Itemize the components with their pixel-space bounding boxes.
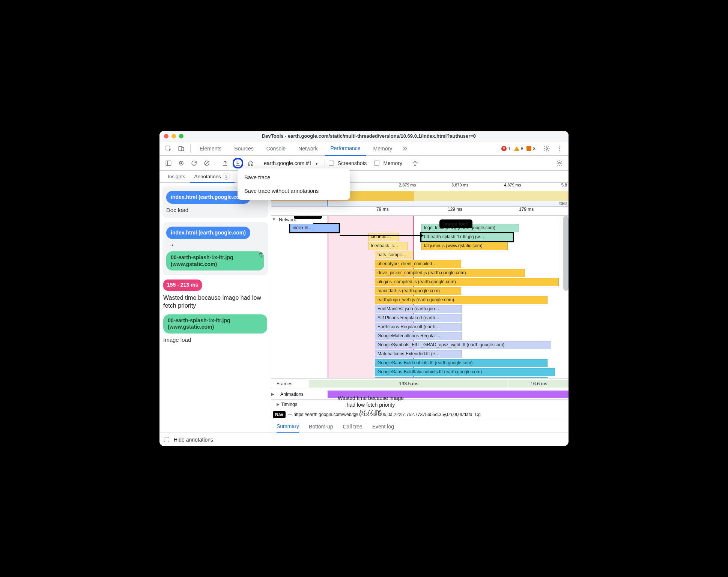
svg-point-6 — [559, 150, 560, 151]
annotation-card-link[interactable]: index.html (earth.google.com) → 00-earth… — [162, 222, 268, 275]
zoom-icon[interactable] — [179, 134, 184, 138]
annotation-label: Doc load — [166, 207, 264, 213]
ruler-tick: 79 ms — [376, 207, 389, 212]
upload-trace-icon[interactable] — [220, 158, 230, 168]
gc-icon[interactable] — [410, 158, 420, 168]
main-tab-bar: Elements Sources Console Network Perform… — [159, 141, 569, 156]
tab-performance[interactable]: Performance — [325, 142, 366, 156]
bar-index-html[interactable]: index.ht… — [290, 224, 339, 232]
flamechart-area[interactable]: 2,879 ms 3,879 ms 4,879 ms 5,8 CPU NET 7… — [271, 183, 569, 433]
animation-bar[interactable] — [328, 391, 569, 398]
subtab-insights[interactable]: Insights — [163, 171, 190, 182]
bar-drive[interactable]: drive_picker_compiled.js (earth.google.c… — [375, 269, 525, 277]
traffic-lights — [164, 134, 184, 138]
minimize-icon[interactable] — [171, 134, 176, 138]
menu-save-trace-no-annotations[interactable]: Save trace without annotations — [238, 184, 350, 198]
track-label: Frames — [271, 381, 309, 386]
nav-badge: Nav — [273, 411, 286, 418]
time-range-chip: 155 - 213 ms — [163, 279, 202, 291]
bar-allp[interactable]: All1PIcons-Regular.otf (earth.… — [375, 314, 462, 322]
frame-b[interactable]: 16.6 ms — [508, 380, 569, 388]
tab-elements[interactable]: Elements — [194, 141, 227, 155]
overview-tick: 4,879 ms — [504, 183, 521, 187]
bar-gsymbols[interactable]: GoogleSymbols_FILL_GRAD_opsz_wght.ttf (e… — [375, 341, 551, 349]
collapse-icon[interactable]: ▶ — [277, 402, 280, 406]
memory-checkbox[interactable] — [374, 161, 379, 166]
details-tabs: Summary Bottom-up Call tree Event log — [271, 420, 569, 433]
ruler-tick: 129 ms — [448, 207, 462, 212]
divider — [260, 159, 260, 167]
close-icon[interactable] — [164, 134, 168, 138]
collapse-icon[interactable]: ▼ — [272, 217, 276, 221]
overview-tick: 2,879 ms — [399, 183, 416, 187]
subtab-annotations[interactable]: Annotations3 — [190, 171, 235, 183]
home-icon[interactable] — [245, 158, 256, 168]
delete-annotation-icon[interactable] — [257, 251, 264, 260]
svg-point-10 — [180, 162, 182, 164]
bar-hats[interactable]: hats_compil… — [375, 251, 413, 259]
hide-annotations-checkbox[interactable] — [164, 437, 169, 442]
capture-settings-icon[interactable] — [554, 158, 565, 168]
overview-tick: 5,8 — [561, 183, 567, 187]
bar-gsbi[interactable]: GoogleSans-BoldItalic.nohints.ttf (earth… — [375, 368, 555, 376]
clear-icon[interactable] — [202, 158, 212, 168]
tab-console[interactable]: Console — [261, 141, 291, 155]
animations-track[interactable]: ▶ Animations — [271, 389, 569, 400]
time-ruler: 79 ms 129 ms 179 ms — [271, 207, 569, 216]
bar-phenotype[interactable]: phenotype_client_compiled… — [375, 260, 461, 268]
bar-feedback[interactable]: feedback_c… — [368, 242, 408, 250]
timings-track[interactable]: ▶ Timings — [271, 400, 569, 409]
scrollbar[interactable] — [563, 216, 569, 291]
arrow-head-icon — [420, 233, 424, 238]
image-load-tag: Image load — [439, 219, 472, 228]
collapse-icon[interactable]: ▶ — [271, 392, 274, 396]
network-track[interactable]: ▼ Network Doc load Image load index.ht… … — [271, 216, 569, 379]
screenshots-checkbox[interactable] — [329, 161, 334, 166]
annotation-sidebar[interactable]: index.html (earth.google.com) Doc load i… — [159, 183, 271, 433]
more-tabs-icon[interactable] — [400, 143, 410, 154]
bar-epweb[interactable]: earthplugin_web.js (earth.google.com) — [375, 296, 548, 304]
warning-count[interactable]: 8 — [514, 146, 523, 151]
annotation-card-image-load[interactable]: 00-earth-splash-1x-ltr.jpg (www.gstatic.… — [162, 314, 268, 343]
annotation-text: Wasted time because image had low fetch … — [163, 294, 267, 310]
btab-event-log[interactable]: Event log — [372, 420, 394, 433]
svg-point-3 — [546, 147, 548, 149]
tab-memory[interactable]: Memory — [368, 141, 398, 155]
bar-lazy[interactable]: lazy.min.js (www.gstatic.com) — [421, 242, 508, 250]
annotation-card-range[interactable]: 155 - 213 ms Wasted time because image h… — [162, 279, 268, 310]
btab-bottom-up[interactable]: Bottom-up — [309, 420, 333, 433]
nav-row[interactable]: Nav — https://earth.google.com/web/@0,-0… — [271, 409, 569, 420]
bar-splash-jpg[interactable]: 00-earth-splash-1x-ltr.jpg (w… — [421, 233, 513, 241]
settings-icon[interactable] — [541, 143, 552, 154]
tab-network[interactable]: Network — [293, 141, 323, 155]
annotation-count: 3 — [223, 173, 230, 180]
tab-sources[interactable]: Sources — [229, 141, 259, 155]
bar-miext[interactable]: MaterialIcons-Extended.ttf (e… — [375, 350, 462, 358]
device-toggle-icon[interactable] — [176, 143, 187, 154]
memory-label: Memory — [383, 160, 402, 166]
annotation-label: Image load — [163, 337, 267, 343]
mac-titlebar: DevTools - earth.google.com/static/multi… — [159, 131, 569, 141]
inspect-element-icon[interactable] — [163, 143, 174, 154]
bar-plugins[interactable]: plugins_compiled.js (earth.google.com) — [375, 278, 559, 286]
bar-maindart[interactable]: main.dart.js (earth.google.com) — [375, 287, 461, 295]
btab-call-tree[interactable]: Call tree — [343, 420, 362, 433]
download-trace-icon[interactable] — [233, 158, 243, 168]
bar-clearcut[interactable]: clearcut… — [368, 233, 399, 241]
reload-record-icon[interactable] — [189, 158, 199, 168]
perf-subtabs: Insights Annotations3 — [159, 171, 569, 183]
trace-selector[interactable]: earth.google.com #1▼ — [264, 159, 319, 168]
kebab-menu-icon[interactable] — [554, 143, 565, 154]
bar-gmicons[interactable]: GoogleMaterialIcons-Regular… — [375, 332, 462, 340]
record-icon[interactable] — [176, 158, 187, 168]
bar-gsbold[interactable]: GoogleSans-Bold.nohints.ttf (earth.googl… — [375, 359, 548, 367]
btab-summary[interactable]: Summary — [277, 420, 299, 433]
issue-count[interactable]: 3 — [526, 146, 535, 151]
error-count[interactable]: ✕1 — [501, 146, 511, 151]
frame-a[interactable]: 133.5 ms — [309, 380, 508, 388]
menu-save-trace[interactable]: Save trace — [238, 171, 350, 184]
dock-side-icon[interactable] — [163, 158, 174, 168]
frames-track[interactable]: Frames 133.5 ms 16.6 ms — [271, 379, 569, 389]
bar-fontmanifest[interactable]: FontManifest.json (earth.goo… — [375, 305, 462, 313]
bar-eicons[interactable]: EarthIcons-Regular.otf (earth… — [375, 323, 462, 331]
